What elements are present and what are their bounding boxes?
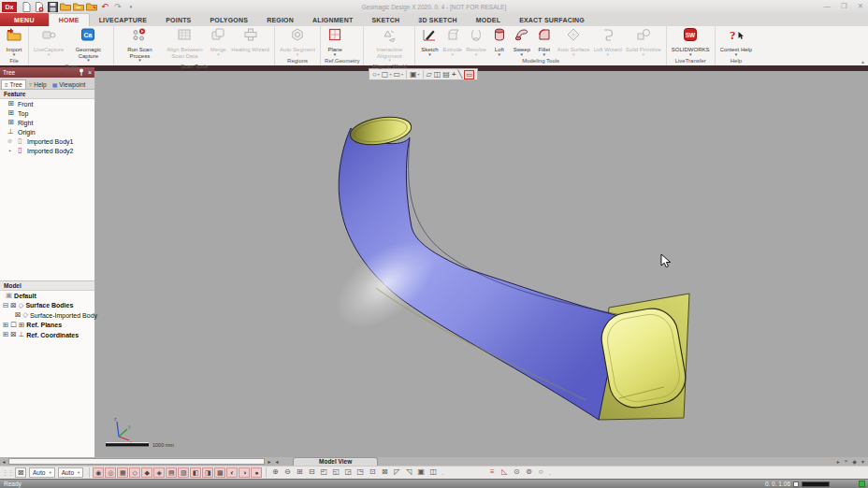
view-bottom-icon[interactable]: ⊠ bbox=[379, 467, 390, 478]
save-icon[interactable] bbox=[47, 1, 58, 12]
tab-sketch[interactable]: SKETCH bbox=[362, 13, 409, 26]
tab-alignment[interactable]: ALIGNMENT bbox=[303, 13, 362, 26]
shaded-view-icon[interactable]: ◉ bbox=[93, 467, 104, 478]
rectangle-selection-tool-icon[interactable]: ▭ bbox=[464, 70, 474, 79]
body-display-icon[interactable]: ▣▾ bbox=[410, 69, 420, 79]
close-icon[interactable]: ✕ bbox=[858, 2, 863, 10]
zoom-out-icon[interactable]: ⊖ bbox=[282, 467, 293, 478]
tab-home[interactable]: HOME bbox=[49, 13, 90, 26]
toolbar-overflow-icon[interactable]: . bbox=[549, 469, 551, 476]
view-back-icon[interactable]: ◱ bbox=[330, 467, 341, 478]
restore-icon[interactable]: ❐ bbox=[841, 2, 847, 10]
view-left-icon[interactable]: ◲ bbox=[342, 467, 354, 478]
selection-filter-select[interactable]: Auto▾ bbox=[29, 467, 55, 478]
context-help-button[interactable]: ? Context Help▼ bbox=[718, 27, 755, 57]
model-row-surface-imported-body[interactable]: ⊠◇Surface-Imported Body bbox=[0, 310, 94, 321]
solidworks-button[interactable]: SW SOLIDWORKS▼ bbox=[670, 27, 712, 57]
sketch-button[interactable]: Sketch▼ bbox=[418, 27, 441, 57]
zoom-window-icon[interactable]: ⊞ bbox=[294, 467, 305, 478]
expand-icon[interactable]: ⊞ bbox=[3, 331, 8, 338]
toolbar-overflow-icon[interactable]: . bbox=[441, 469, 443, 476]
healing-wizard-button[interactable]: Healing Wizard bbox=[229, 27, 271, 53]
scroll-left-icon[interactable]: ◂ bbox=[0, 458, 7, 466]
minimize-icon[interactable]: — bbox=[823, 2, 831, 10]
run-scan-process-button[interactable]: Run Scan Process▼ bbox=[117, 27, 162, 63]
show-boundary-icon[interactable]: ◑ bbox=[239, 467, 250, 478]
import-button[interactable]: Import▼ bbox=[3, 27, 25, 57]
fillet-button[interactable]: Fillet▼ bbox=[533, 27, 556, 57]
visibility-checkbox[interactable]: ⊠ bbox=[10, 302, 16, 309]
view-right-icon[interactable]: ◳ bbox=[354, 467, 366, 478]
view-iso-icon[interactable]: ◸ bbox=[391, 467, 402, 478]
deviation-map-icon[interactable]: ▨ bbox=[178, 467, 189, 478]
sweep-button[interactable]: Sweep▼ bbox=[511, 27, 533, 57]
view-previous-icon[interactable]: ◫ bbox=[427, 467, 439, 478]
body-shaded-icon[interactable]: ◆ bbox=[141, 467, 152, 478]
wireframe-view-icon[interactable]: ◎ bbox=[105, 467, 116, 478]
model-row-ref-planes[interactable]: ⊞☐⊞Ref. Planes bbox=[0, 321, 94, 331]
tree-item-front[interactable]: ⊞Front bbox=[0, 99, 94, 108]
view-front-icon[interactable]: ◰ bbox=[318, 467, 329, 478]
horizontal-scrollbar[interactable] bbox=[8, 458, 265, 465]
open-recent-folder-icon[interactable] bbox=[73, 1, 84, 12]
auto-segment-button[interactable]: Auto Segment▼ bbox=[278, 27, 317, 57]
loft-wizard-button[interactable]: Loft Wizard▼ bbox=[592, 27, 624, 57]
tab-dropdown-icon[interactable]: ▾ bbox=[861, 458, 864, 465]
plane-button[interactable]: Plane▼ bbox=[324, 27, 346, 57]
tab-3d-sketch[interactable]: 3D SKETCH bbox=[409, 13, 466, 26]
expand-icon[interactable]: ⊞ bbox=[3, 322, 8, 329]
datum-display-icon[interactable]: + bbox=[452, 69, 456, 79]
measure-radius-icon[interactable]: ○ bbox=[535, 467, 546, 478]
tab-region[interactable]: REGION bbox=[257, 13, 303, 26]
show-sketches-icon[interactable]: ◨ bbox=[202, 467, 213, 478]
body-edges-icon[interactable]: ◈ bbox=[153, 467, 165, 478]
tab-menu-icon[interactable]: ◆ bbox=[852, 458, 857, 465]
tab-close-icon[interactable]: × bbox=[845, 458, 848, 465]
tab-points[interactable]: POINTS bbox=[156, 13, 200, 26]
line-tool-icon[interactable]: ╲ bbox=[458, 69, 463, 79]
curvature-map-icon[interactable]: ▤ bbox=[166, 467, 177, 478]
revolve-button[interactable]: Revolve▼ bbox=[464, 27, 488, 57]
open-folder-icon[interactable] bbox=[60, 1, 71, 12]
show-polylines-icon[interactable]: ▩ bbox=[214, 467, 225, 478]
solid-primitive-button[interactable]: Solid Primitive▼ bbox=[624, 27, 663, 57]
zoom-in-icon[interactable]: ⊕ bbox=[269, 467, 281, 478]
point-cloud-display-icon[interactable]: ○▾ bbox=[372, 69, 380, 79]
interactive-alignment-button[interactable]: Interactive Alignment▼ bbox=[367, 27, 412, 63]
measure-angle-icon[interactable]: ◺ bbox=[499, 467, 510, 478]
zoom-fit-icon[interactable]: ⊟ bbox=[306, 467, 317, 478]
mesh-display-icon[interactable]: ▢▾ bbox=[382, 69, 392, 79]
visibility-checkbox[interactable]: ⊠ bbox=[15, 311, 21, 319]
tab-help[interactable]: ?Help bbox=[26, 80, 50, 89]
measure-distance-icon[interactable]: ≡ bbox=[486, 467, 498, 478]
scroll-right-icon[interactable]: ▸ bbox=[266, 458, 273, 466]
mesh-info-icon[interactable]: ⊙ bbox=[511, 467, 522, 478]
region-display-icon[interactable]: ▭▾ bbox=[393, 69, 403, 79]
ribbon-collapse-icon[interactable]: ▴ bbox=[861, 58, 864, 65]
undo-icon[interactable]: ↶ bbox=[99, 1, 110, 12]
tree-item-origin[interactable]: ⊥Origin bbox=[0, 127, 94, 136]
view-rotate-icon[interactable]: ◹ bbox=[403, 467, 414, 478]
import-file-icon[interactable] bbox=[34, 1, 45, 12]
selection-mode-select[interactable]: Auto▾ bbox=[58, 467, 84, 478]
show-silhouette-icon[interactable]: ● bbox=[251, 467, 262, 478]
body-info-icon[interactable]: ⊚ bbox=[523, 467, 534, 478]
livecapture-button[interactable]: LiveCapture▼ bbox=[32, 27, 65, 57]
selection-filter-icon[interactable]: ⊠ bbox=[15, 467, 26, 478]
tree-item-imported-body2[interactable]: •▯Imported Body2 bbox=[0, 146, 94, 155]
save-as-folder-icon[interactable] bbox=[86, 1, 97, 12]
tab-model[interactable]: MODEL bbox=[467, 13, 510, 26]
qat-customize-icon[interactable]: ▾ bbox=[125, 1, 137, 12]
model-row-default[interactable]: ▣Default bbox=[0, 291, 94, 301]
model-row-ref-coordinates[interactable]: ⊞⊠⊥Ref. Coordinates bbox=[0, 330, 94, 340]
merge-button[interactable]: Merge▼ bbox=[207, 27, 229, 57]
show-planes-icon[interactable]: ◧ bbox=[190, 467, 201, 478]
redo-icon[interactable]: ↷ bbox=[112, 1, 123, 12]
region-view-icon[interactable]: ◇ bbox=[129, 467, 140, 478]
ref-plane-display-icon[interactable]: ▱ bbox=[427, 69, 432, 79]
loft-button[interactable]: Loft▼ bbox=[488, 27, 511, 57]
tree-item-right[interactable]: ⊞Right bbox=[0, 118, 94, 127]
viewport-canvas[interactable]: z y x 1000 mm ○▾ ▢▾ ▭▾ ▣▾ ▱ ◫ ▤ + ╲ ▭ bbox=[95, 71, 868, 457]
tab-next-icon[interactable]: ▸ bbox=[837, 458, 840, 465]
tab-scroll-left-icon[interactable]: ◂ bbox=[273, 458, 281, 466]
